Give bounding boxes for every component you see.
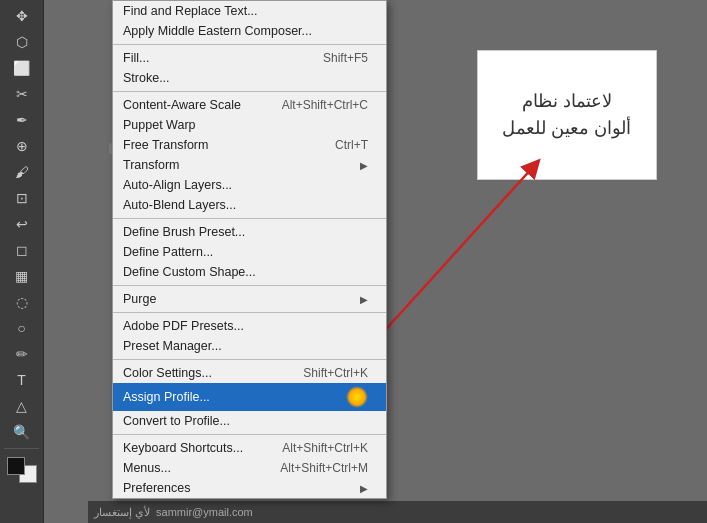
menu-item-define-brush[interactable]: Define Brush Preset... <box>113 222 386 242</box>
menu-label-puppet-warp: Puppet Warp <box>123 118 368 132</box>
menu-label-purge: Purge <box>123 292 360 306</box>
blur-tool-icon[interactable]: ◌ <box>8 290 36 314</box>
menu-label-define-custom-shape: Define Custom Shape... <box>123 265 368 279</box>
menu-label-fill: Fill... <box>123 51 303 65</box>
menu-separator <box>113 44 386 45</box>
menu-item-free-transform[interactable]: Free TransformCtrl+T <box>113 135 386 155</box>
menu-item-auto-blend[interactable]: Auto-Blend Layers... <box>113 195 386 215</box>
canvas-area: العيد لاعتماد نظام ألوان معين للعمل Find… <box>44 0 707 523</box>
eraser-tool-icon[interactable]: ◻ <box>8 238 36 262</box>
dodge-tool-icon[interactable]: ○ <box>8 316 36 340</box>
menu-label-content-aware-scale: Content-Aware Scale <box>123 98 262 112</box>
white-box-line1: لاعتماد نظام <box>522 91 612 111</box>
menu-item-find-replace[interactable]: Find and Replace Text... <box>113 1 386 21</box>
menu-label-free-transform: Free Transform <box>123 138 315 152</box>
color-boxes[interactable] <box>7 457 37 483</box>
edit-menu-dropdown: Find and Replace Text...Apply Middle Eas… <box>112 0 387 499</box>
menu-label-menus: Menus... <box>123 461 260 475</box>
white-box-content: لاعتماد نظام ألوان معين للعمل <box>492 78 641 152</box>
menu-separator <box>113 91 386 92</box>
toolbar-divider <box>4 448 38 449</box>
menu-item-color-settings[interactable]: Color Settings...Shift+Ctrl+K <box>113 363 386 383</box>
menu-label-find-replace: Find and Replace Text... <box>123 4 368 18</box>
menu-separator <box>113 434 386 435</box>
lasso-tool-icon[interactable]: ⬡ <box>8 30 36 54</box>
menu-label-adobe-pdf-presets: Adobe PDF Presets... <box>123 319 368 333</box>
crop-tool-icon[interactable]: ✂ <box>8 82 36 106</box>
menu-item-fill[interactable]: Fill...Shift+F5 <box>113 48 386 68</box>
menu-item-assign-profile[interactable]: Assign Profile... <box>113 383 386 411</box>
menu-item-stroke[interactable]: Stroke... <box>113 68 386 88</box>
menu-separator <box>113 218 386 219</box>
menu-label-convert-to-profile: Convert to Profile... <box>123 414 368 428</box>
white-box-line2: ألوان معين للعمل <box>502 118 631 138</box>
menu-shortcut-free-transform: Ctrl+T <box>335 138 368 152</box>
menu-shortcut-fill: Shift+F5 <box>323 51 368 65</box>
white-box: لاعتماد نظام ألوان معين للعمل <box>477 50 657 180</box>
menu-item-preset-manager[interactable]: Preset Manager... <box>113 336 386 356</box>
heal-tool-icon[interactable]: ⊕ <box>8 134 36 158</box>
brush-tool-icon[interactable]: 🖌 <box>8 160 36 184</box>
inquiry-label: لأي إستغسار <box>94 506 150 519</box>
menu-arrow-preferences: ▶ <box>360 483 368 494</box>
menu-shortcut-keyboard-shortcuts: Alt+Shift+Ctrl+K <box>282 441 368 455</box>
menu-shortcut-color-settings: Shift+Ctrl+K <box>303 366 368 380</box>
menu-label-auto-align: Auto-Align Layers... <box>123 178 368 192</box>
foreground-color-swatch[interactable] <box>7 457 25 475</box>
menu-item-convert-to-profile[interactable]: Convert to Profile... <box>113 411 386 431</box>
menu-item-apply-middle-eastern[interactable]: Apply Middle Eastern Composer... <box>113 21 386 41</box>
menu-item-keyboard-shortcuts[interactable]: Keyboard Shortcuts...Alt+Shift+Ctrl+K <box>113 438 386 458</box>
menu-item-transform[interactable]: Transform▶ <box>113 155 386 175</box>
menu-item-define-pattern[interactable]: Define Pattern... <box>113 242 386 262</box>
menu-item-purge[interactable]: Purge▶ <box>113 289 386 309</box>
pen-tool-icon[interactable]: ✏ <box>8 342 36 366</box>
menu-label-assign-profile: Assign Profile... <box>123 390 340 404</box>
menu-item-auto-align[interactable]: Auto-Align Layers... <box>113 175 386 195</box>
shape-tool-icon[interactable]: △ <box>8 394 36 418</box>
eyedropper-tool-icon[interactable]: ✒ <box>8 108 36 132</box>
menu-item-menus[interactable]: Menus...Alt+Shift+Ctrl+M <box>113 458 386 478</box>
menu-item-define-custom-shape[interactable]: Define Custom Shape... <box>113 262 386 282</box>
marquee-tool-icon[interactable]: ⬜ <box>8 56 36 80</box>
menu-separator <box>113 359 386 360</box>
menu-arrow-purge: ▶ <box>360 294 368 305</box>
email-text: sammir@ymail.com <box>156 506 253 518</box>
menu-separator <box>113 285 386 286</box>
bottom-bar: sammir@ymail.com لأي إستغسار <box>88 501 707 523</box>
gradient-tool-icon[interactable]: ▦ <box>8 264 36 288</box>
stamp-tool-icon[interactable]: ⊡ <box>8 186 36 210</box>
zoom-tool-icon[interactable]: 🔍 <box>8 420 36 444</box>
menu-label-auto-blend: Auto-Blend Layers... <box>123 198 368 212</box>
menu-label-preset-manager: Preset Manager... <box>123 339 368 353</box>
menu-arrow-transform: ▶ <box>360 160 368 171</box>
menu-label-apply-middle-eastern: Apply Middle Eastern Composer... <box>123 24 368 38</box>
cursor-indicator <box>346 386 368 408</box>
menu-label-color-settings: Color Settings... <box>123 366 283 380</box>
menu-item-adobe-pdf-presets[interactable]: Adobe PDF Presets... <box>113 316 386 336</box>
menu-item-preferences[interactable]: Preferences▶ <box>113 478 386 498</box>
menu-label-transform: Transform <box>123 158 360 172</box>
menu-shortcut-content-aware-scale: Alt+Shift+Ctrl+C <box>282 98 368 112</box>
menu-item-content-aware-scale[interactable]: Content-Aware ScaleAlt+Shift+Ctrl+C <box>113 95 386 115</box>
menu-label-define-brush: Define Brush Preset... <box>123 225 368 239</box>
menu-shortcut-menus: Alt+Shift+Ctrl+M <box>280 461 368 475</box>
history-tool-icon[interactable]: ↩ <box>8 212 36 236</box>
move-tool-icon[interactable]: ✥ <box>8 4 36 28</box>
type-tool-icon[interactable]: T <box>8 368 36 392</box>
menu-label-define-pattern: Define Pattern... <box>123 245 368 259</box>
toolbar: ✥ ⬡ ⬜ ✂ ✒ ⊕ 🖌 ⊡ ↩ ◻ ▦ ◌ ○ ✏ T △ 🔍 <box>0 0 44 523</box>
menu-label-keyboard-shortcuts: Keyboard Shortcuts... <box>123 441 262 455</box>
menu-separator <box>113 312 386 313</box>
menu-item-puppet-warp[interactable]: Puppet Warp <box>113 115 386 135</box>
menu-label-stroke: Stroke... <box>123 71 368 85</box>
menu-label-preferences: Preferences <box>123 481 360 495</box>
